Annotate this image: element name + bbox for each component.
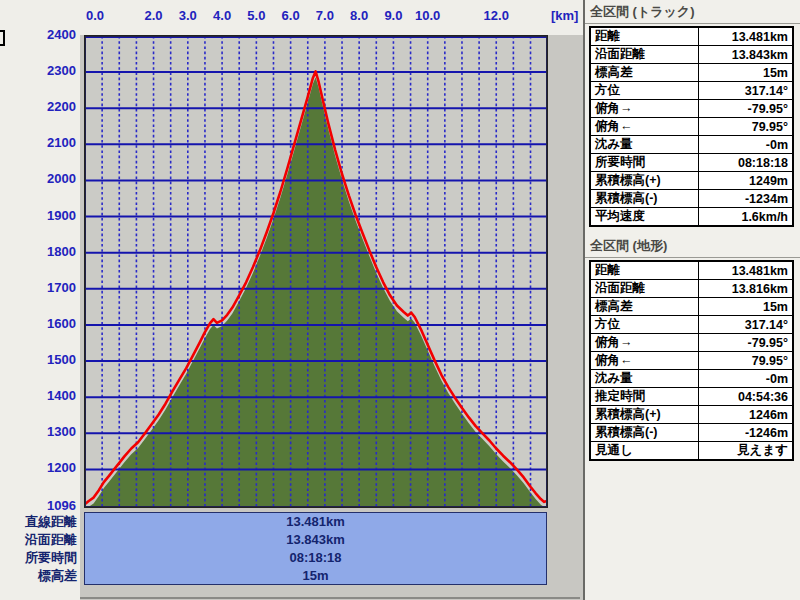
stats-row-label: 見通し [590, 442, 698, 461]
stats-row-value: 317.14° [698, 82, 793, 100]
stats-row-label: 距離 [590, 261, 698, 280]
stats-row-value: 04:54:36 [698, 388, 793, 406]
x-axis-tick-label: 8.0 [350, 8, 368, 23]
summary-label: 直線距離 [0, 513, 77, 531]
x-axis-tick-label: 3.0 [179, 8, 197, 23]
x-axis-unit-label: [km] [551, 8, 578, 23]
x-axis-tick-label: 10.0 [415, 8, 440, 23]
stats-row-label: 方位 [590, 82, 698, 100]
y-axis-tick-label: 1096 [0, 498, 76, 513]
stats-row-value: 15m [698, 64, 793, 82]
elevation-profile-plot [85, 36, 547, 507]
y-axis-tick-label: 2100 [0, 135, 76, 150]
stats-row-label: 距離 [590, 27, 698, 46]
y-axis-tick-label: 2300 [0, 63, 76, 78]
stats-row: 沈み量-0m [590, 136, 793, 154]
stats-row-label: 俯角← [590, 118, 698, 136]
stats-row-value: 13.843km [698, 46, 793, 64]
stats-row: 距離13.481km [590, 27, 793, 46]
stats-row: 俯角→-79.95° [590, 100, 793, 118]
stats-row-value: -0m [698, 136, 793, 154]
stats-row-label: 所要時間 [590, 154, 698, 172]
summary-row-labels: 直線距離沿面距離所要時間標高差 [0, 513, 77, 585]
y-axis-tick-label: 2000 [0, 171, 76, 186]
summary-label: 沿面距離 [0, 531, 77, 549]
stats-row-value: -0m [698, 370, 793, 388]
stats-row-label: 沈み量 [590, 136, 698, 154]
y-axis-tick-label: 1700 [0, 280, 76, 295]
stats-row: 標高差15m [590, 64, 793, 82]
stats-row-label: 沈み量 [590, 370, 698, 388]
stats-row: 沈み量-0m [590, 370, 793, 388]
stats-row-label: 累積標高(+) [590, 172, 698, 190]
x-axis-tick-label: 0.0 [86, 8, 104, 23]
stats-row-value: 79.95° [698, 352, 793, 370]
summary-value: 08:18:18 [85, 549, 546, 567]
stats-row: 累積標高(+)1249m [590, 172, 793, 190]
stats-table-terrain: 距離13.481km沿面距離13.816km標高差15m方位317.14°俯角→… [589, 260, 794, 461]
stats-row: 俯角→-79.95° [590, 334, 793, 352]
stats-row-label: 方位 [590, 316, 698, 334]
stats-row-label: 俯角→ [590, 100, 698, 118]
stats-row-label: 累積標高(+) [590, 406, 698, 424]
stats-row: 沿面距離13.843km [590, 46, 793, 64]
stats-row-value: -79.95° [698, 100, 793, 118]
stats-section-track-title: 全区間 (トラック) [585, 0, 800, 24]
x-axis-tick-label: 7.0 [316, 8, 334, 23]
stats-row: 推定時間04:54:36 [590, 388, 793, 406]
y-axis-tick-label: 1600 [0, 316, 76, 331]
y-axis-tick-label: 2200 [0, 99, 76, 114]
stats-row-label: 俯角→ [590, 334, 698, 352]
x-axis-tick-label: 12.0 [484, 8, 509, 23]
stats-table-track: 距離13.481km沿面距離13.843km標高差15m方位317.14°俯角→… [589, 26, 794, 227]
stats-row-label: 平均速度 [590, 208, 698, 227]
x-axis-tick-label: 5.0 [247, 8, 265, 23]
x-axis-tick-label: 6.0 [282, 8, 300, 23]
track-summary-box: 13.481km13.843km08:18:1815m [84, 512, 547, 585]
stats-row-value: 1.6km/h [698, 208, 793, 227]
pane-bottom-border [80, 597, 580, 599]
stats-row-value: 08:18:18 [698, 154, 793, 172]
stats-row-label: 累積標高(-) [590, 424, 698, 442]
stats-row: 俯角←79.95° [590, 118, 793, 136]
stats-row-value: 79.95° [698, 118, 793, 136]
stats-row-label: 累積標高(-) [590, 190, 698, 208]
stats-row-value: 13.816km [698, 280, 793, 298]
y-axis-tick-label: 1200 [0, 460, 76, 475]
stats-row-value: -1246m [698, 424, 793, 442]
elevation-profile-chart[interactable] [84, 35, 548, 508]
stats-row-label: 推定時間 [590, 388, 698, 406]
stats-row: 距離13.481km [590, 261, 793, 280]
stats-row: 方位317.14° [590, 316, 793, 334]
stats-row-label: 沿面距離 [590, 280, 698, 298]
x-axis-tick-label: 2.0 [144, 8, 162, 23]
y-axis-tick-label: 1500 [0, 352, 76, 367]
summary-value: 13.843km [85, 531, 546, 549]
stats-row-label: 俯角← [590, 352, 698, 370]
summary-value: 13.481km [85, 513, 546, 531]
stats-panel: 全区間 (トラック) 距離13.481km沿面距離13.843km標高差15m方… [585, 0, 800, 600]
x-axis-tick-label: 4.0 [213, 8, 231, 23]
stats-row-value: 15m [698, 298, 793, 316]
stats-row-label: 標高差 [590, 64, 698, 82]
stats-row-value: 1246m [698, 406, 793, 424]
y-axis-tick-label: 2400 [0, 27, 76, 42]
stats-section-terrain-title: 全区間 (地形) [585, 234, 800, 258]
x-axis-tick-label: 9.0 [384, 8, 402, 23]
stats-row: 平均速度1.6km/h [590, 208, 793, 227]
stats-row: 累積標高(-)-1246m [590, 424, 793, 442]
stats-section-track: 全区間 (トラック) 距離13.481km沿面距離13.843km標高差15m方… [585, 0, 800, 227]
stats-row: 俯角←79.95° [590, 352, 793, 370]
summary-label: 標高差 [0, 567, 77, 585]
stats-row: 所要時間08:18:18 [590, 154, 793, 172]
y-axis-tick-label: 1800 [0, 244, 76, 259]
summary-value: 15m [85, 567, 546, 585]
stats-row-value: -1234m [698, 190, 793, 208]
stats-row: 累積標高(-)-1234m [590, 190, 793, 208]
stats-row-value: 見えます [698, 442, 793, 461]
stats-row: 見通し見えます [590, 442, 793, 461]
stats-row: 標高差15m [590, 298, 793, 316]
y-axis-tick-label: 1300 [0, 424, 76, 439]
stats-row-value: 13.481km [698, 27, 793, 46]
stats-row-label: 標高差 [590, 298, 698, 316]
